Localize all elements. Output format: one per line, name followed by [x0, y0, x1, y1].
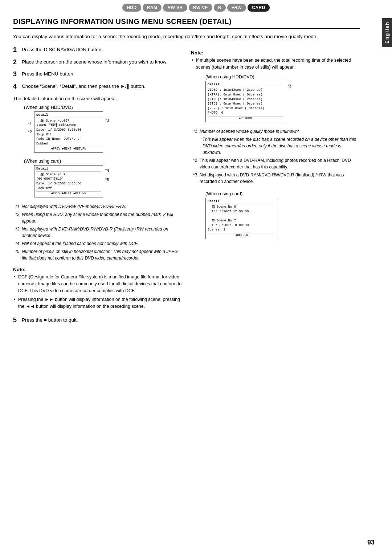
footnote-r1: *1 Number of scenes whose quality mode i…: [191, 128, 360, 135]
annot-star1-left: *1: [28, 122, 32, 126]
step-text-5: Press the ■ button to quit.: [22, 317, 182, 325]
tab-ram[interactable]: RAM: [143, 4, 162, 12]
screen-hdd-right-container: (When using HDD/DVD) Detail VIDEO : 1min…: [205, 74, 360, 122]
screen-card-left-container: (When using card) Detail 🎥 Scene No.7 [0…: [24, 159, 182, 197]
footnote-4: *4 Will not appear if the loaded card do…: [13, 240, 182, 247]
note-left-item-2: Pressing the ►► button will display info…: [13, 296, 182, 310]
annot-star5-card: *5: [105, 177, 109, 182]
step-2: 2 Place the cursor on the scene whose in…: [13, 58, 182, 66]
right-column: Note: If multiple scenes have been selec…: [191, 46, 360, 328]
main-content: DISPLAYING INFORMATION USING MENU SCREEN…: [0, 14, 377, 336]
note-right-item-1: If multiple scenes have been selected, t…: [191, 57, 360, 71]
step-5: 5 Press the ■ button to quit.: [13, 317, 182, 325]
tab-r[interactable]: R: [214, 4, 226, 12]
screen-card-right: Detail 🖼 Scene No.6 10/ 3/2007 12:50:00 …: [205, 198, 278, 239]
note-right-list: If multiple scenes have been selected, t…: [191, 57, 360, 71]
page-number: 93: [367, 539, 375, 546]
note-right-title: Note:: [191, 50, 204, 56]
footnote-1: *1 Not displayed with DVD-RW (VF-mode)/D…: [13, 203, 182, 210]
tab-plusrw[interactable]: +RW: [227, 4, 246, 12]
left-column: 1 Press the DISC NAVIGATION button. 2 Pl…: [13, 46, 182, 328]
screen-hdd-left-label: (When using HDD/DVD): [24, 105, 182, 110]
footnote-r2: *2 This will appear with a DVD-RAM, incl…: [191, 157, 360, 170]
screen-hdd-right: Detail VIDEO : 1min43sec ( 2scenes) (XTR…: [205, 81, 285, 122]
footnote-r3: *3 Not displayed with a DVD-RAM/DVD-RW/D…: [191, 172, 360, 185]
annot-star2-left: *2: [28, 130, 32, 134]
screen-hdd-right-label: (When using HDD/DVD): [205, 74, 360, 79]
footnote-5: *5 Number of pixels on still in horizont…: [13, 248, 182, 261]
detail-appear-text: The detailed information on the scene wi…: [13, 95, 182, 102]
footnote-3: *3 Not displayed with DVD-RAM/DVD-RW/DVD…: [13, 226, 182, 239]
step-3: 3 Press the MENU button.: [13, 70, 182, 78]
tab-hdd[interactable]: HDD: [122, 4, 141, 12]
step-text-3: Press the MENU button.: [22, 70, 182, 78]
step-text-1: Press the DISC NAVIGATION button.: [22, 46, 182, 54]
language-label: English: [382, 18, 392, 47]
note-left-title: Note:: [13, 267, 26, 272]
tab-card[interactable]: CARD: [248, 4, 270, 12]
screen-card-left-label: (When using card): [24, 159, 182, 164]
top-nav: HDD RAM RW VR RW VF R +RW CARD: [0, 0, 392, 14]
note-left-list: DCF (Design rule for Camera File system)…: [13, 274, 182, 310]
annot-star4-card: *4: [105, 168, 109, 172]
step-text-2: Place the cursor on the scene whose info…: [22, 58, 182, 66]
step-number-5: 5: [13, 317, 20, 325]
footnotes-left: *1 Not displayed with DVD-RW (VF-mode)/D…: [13, 203, 182, 261]
screen-card-left: Detail 🎥 Scene No.7 [00-0007][610] Date:…: [34, 165, 103, 197]
annot-star1-right: *3: [287, 84, 291, 88]
step-number-2: 2: [13, 58, 20, 66]
note-left: Note: DCF (Design rule for Camera File s…: [13, 266, 182, 310]
screen-card-right-label: (When using card): [205, 191, 360, 196]
screen-card-right-container: (When using card) Detail 🖼 Scene No.6 10…: [205, 191, 360, 239]
note-left-item-1: DCF (Design rule for Camera File system)…: [13, 274, 182, 294]
step-number-4: 4: [13, 83, 20, 91]
step-4: 4 Choose “Scene”, “Detail”, and then pre…: [13, 83, 182, 91]
screen-hdd-left: Detail 🎥 Scene No.007 VIDEO FINE 1min43s…: [34, 111, 103, 153]
screen-hdd-left-container: (When using HDD/DVD) *1 *2 Detail 🎥 Scen…: [24, 105, 182, 153]
tab-rwvf[interactable]: RW VF: [189, 4, 212, 12]
tab-rwvr[interactable]: RW VR: [163, 4, 187, 12]
annot-star3-hdd: *3: [105, 118, 109, 122]
page-title: DISPLAYING INFORMATION USING MENU SCREEN…: [13, 17, 360, 29]
step-text-4: Choose “Scene”, “Detail”, and then press…: [22, 83, 182, 91]
footnote-2: *2 When using the HDD, any scene whose t…: [13, 211, 182, 224]
step-number-1: 1: [13, 46, 20, 54]
note-right: Note: If multiple scenes have been selec…: [191, 50, 360, 71]
step-1: 1 Press the DISC NAVIGATION button.: [13, 46, 182, 54]
two-column-layout: 1 Press the DISC NAVIGATION button. 2 Pl…: [13, 46, 360, 328]
step-number-3: 3: [13, 70, 20, 78]
footnote-r1-body: This will appear when the disc has a sce…: [191, 136, 360, 156]
intro-text: You can display various information for …: [13, 33, 360, 40]
footnotes-right: *1 Number of scenes whose quality mode i…: [191, 128, 360, 185]
